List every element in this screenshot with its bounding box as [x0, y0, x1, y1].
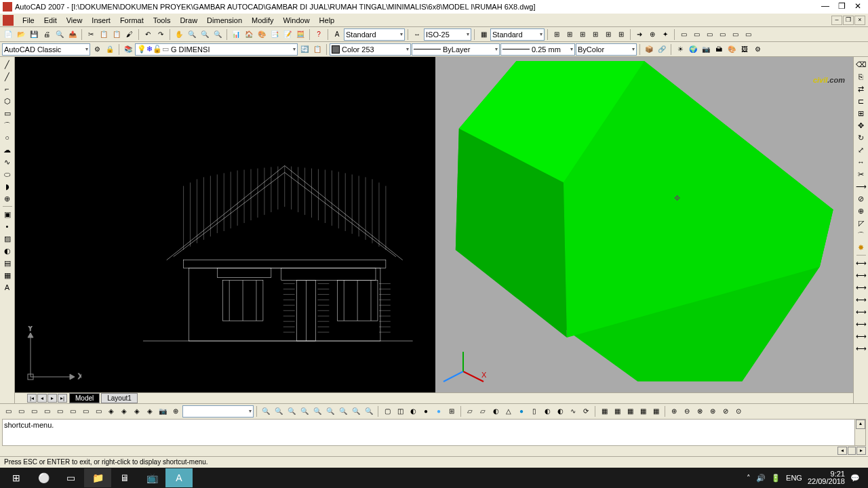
- lineweight-dropdown[interactable]: 0.25 mm: [500, 43, 575, 56]
- b6-icon[interactable]: ▭: [66, 405, 79, 418]
- camera-icon[interactable]: 📷: [157, 405, 169, 418]
- bool2-icon[interactable]: ⊖: [681, 405, 693, 418]
- vs4-icon[interactable]: ●: [420, 405, 432, 418]
- vp3-icon[interactable]: ▭: [703, 28, 715, 41]
- se1-icon[interactable]: ▦: [598, 405, 610, 418]
- b7-icon[interactable]: ▭: [79, 405, 92, 418]
- 3d3-icon[interactable]: ◈: [131, 405, 143, 418]
- b5-icon[interactable]: ▭: [54, 405, 66, 418]
- dim2-icon[interactable]: ⟷: [855, 269, 867, 281]
- tray-up-icon[interactable]: ˄: [747, 474, 751, 483]
- render7-icon[interactable]: ⚙: [751, 43, 764, 56]
- vs2-icon[interactable]: ◫: [394, 405, 406, 418]
- help-icon[interactable]: ?: [313, 28, 325, 41]
- tray-notif-icon[interactable]: 💬: [850, 474, 860, 483]
- zoom-a-icon[interactable]: 🔍: [260, 405, 272, 418]
- plotstyle-dropdown[interactable]: ByColor: [576, 43, 637, 56]
- menu-dimension[interactable]: Dimension: [202, 15, 247, 26]
- dim-style-dropdown[interactable]: ISO-25: [424, 28, 471, 41]
- vp2-icon[interactable]: ▭: [690, 28, 703, 41]
- chamfer-icon[interactable]: ◸: [855, 217, 867, 229]
- spline-icon[interactable]: ∿: [1, 156, 14, 168]
- menu-window[interactable]: Window: [278, 15, 314, 26]
- vp1-icon[interactable]: ▭: [677, 28, 690, 41]
- hatch-icon[interactable]: ▨: [1, 232, 14, 245]
- move-icon[interactable]: ✥: [855, 119, 867, 131]
- table-style-dropdown[interactable]: Standard: [490, 28, 545, 41]
- 3d4-icon[interactable]: ◈: [144, 405, 156, 418]
- tray-lang[interactable]: ENG: [786, 474, 802, 482]
- cut-icon[interactable]: ✂: [85, 28, 97, 41]
- b4-icon[interactable]: ▭: [41, 405, 53, 418]
- zoom-e-icon[interactable]: 🔍: [311, 405, 323, 418]
- 3d1-icon[interactable]: ◈: [105, 405, 117, 418]
- ucs4-icon[interactable]: ⊞: [589, 28, 601, 41]
- tray-net-icon[interactable]: 🔊: [756, 474, 766, 483]
- mirror-icon[interactable]: ⇄: [855, 83, 867, 95]
- zoom-rt-icon[interactable]: 🔍: [186, 28, 198, 41]
- markup-icon[interactable]: 📝: [281, 28, 294, 41]
- zoom-b-icon[interactable]: 🔍: [273, 405, 285, 418]
- se4-icon[interactable]: ▦: [637, 405, 649, 418]
- b3-icon[interactable]: ▭: [28, 405, 40, 418]
- trim-icon[interactable]: ✂: [855, 168, 867, 180]
- menu-insert[interactable]: Insert: [87, 15, 115, 26]
- vp6-icon[interactable]: ▭: [742, 28, 754, 41]
- vs3-icon[interactable]: ◐: [407, 405, 419, 418]
- sol7-icon[interactable]: ◐: [541, 405, 553, 418]
- layer-prev-icon[interactable]: 🔄: [298, 43, 311, 56]
- dim7-icon[interactable]: ⟷: [855, 330, 867, 342]
- sheetset-icon[interactable]: 📑: [269, 28, 281, 41]
- start-button[interactable]: ⊞: [3, 468, 30, 487]
- app1-button[interactable]: 🖥: [111, 468, 138, 487]
- render1-icon[interactable]: ☀: [674, 43, 686, 56]
- ucs5-icon[interactable]: ⊞: [602, 28, 614, 41]
- viewport-3d[interactable]: ✥ X civil.com: [435, 57, 854, 392]
- bool6-icon[interactable]: ⊙: [732, 405, 745, 418]
- render5-icon[interactable]: 🎨: [726, 43, 738, 56]
- zoom-prev-icon[interactable]: 🔍: [212, 28, 224, 41]
- ucs1-icon[interactable]: ⊞: [551, 28, 563, 41]
- bool3-icon[interactable]: ⊗: [694, 405, 706, 418]
- ref3-icon[interactable]: ✦: [659, 28, 671, 41]
- new-icon[interactable]: 📄: [2, 28, 14, 41]
- sol10-icon[interactable]: ⟳: [580, 405, 592, 418]
- ucs3-icon[interactable]: ⊞: [576, 28, 589, 41]
- menu-format[interactable]: Format: [115, 15, 149, 26]
- menu-draw[interactable]: Draw: [175, 15, 202, 26]
- save-icon[interactable]: 💾: [28, 28, 40, 41]
- join-icon[interactable]: ⊕: [855, 205, 867, 217]
- sol2-icon[interactable]: ▱: [477, 405, 489, 418]
- zoom-g-icon[interactable]: 🔍: [337, 405, 349, 418]
- layer-mgr-icon[interactable]: 📚: [122, 43, 134, 56]
- zoom-c-icon[interactable]: 🔍: [285, 405, 298, 418]
- erase-icon[interactable]: ⌫: [855, 58, 867, 70]
- calc-icon[interactable]: 🧮: [294, 28, 307, 41]
- point-icon[interactable]: •: [1, 220, 14, 232]
- preview-icon[interactable]: 🔍: [54, 28, 66, 41]
- scale-icon[interactable]: ⤢: [855, 144, 867, 156]
- bool1-icon[interactable]: ⊕: [668, 405, 680, 418]
- undo-icon[interactable]: ↶: [142, 28, 154, 41]
- 3d2-icon[interactable]: ◈: [118, 405, 130, 418]
- ellipse-icon[interactable]: ⬭: [1, 168, 14, 180]
- sol8-icon[interactable]: ◐: [554, 405, 566, 418]
- close-button[interactable]: ✕: [850, 1, 865, 12]
- ucs6-icon[interactable]: ⊞: [615, 28, 627, 41]
- revcloud-icon[interactable]: ☁: [1, 144, 14, 156]
- menu-file[interactable]: File: [18, 15, 39, 26]
- pline-icon[interactable]: ⌐: [1, 83, 14, 95]
- se3-icon[interactable]: ▦: [624, 405, 636, 418]
- tab-first-button[interactable]: |◂: [27, 394, 37, 403]
- block-icon[interactable]: 📦: [643, 43, 655, 56]
- b2-icon[interactable]: ▭: [15, 405, 27, 418]
- render3-icon[interactable]: 📷: [700, 43, 712, 56]
- ws-lock-icon[interactable]: 🔒: [104, 43, 116, 56]
- zoom-f-icon[interactable]: 🔍: [324, 405, 336, 418]
- hscroll-right[interactable]: ▸: [856, 447, 866, 455]
- text-style-icon[interactable]: A: [331, 28, 343, 41]
- b8-icon[interactable]: ▭: [92, 405, 104, 418]
- maximize-button[interactable]: ❐: [834, 1, 849, 12]
- table-icon[interactable]: ▦: [1, 269, 14, 281]
- explorer-button[interactable]: 📁: [84, 468, 111, 487]
